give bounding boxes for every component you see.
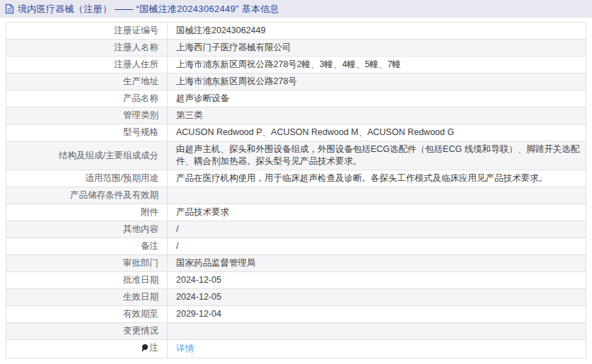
- table-row: 注 详情: [6, 340, 586, 358]
- row-value: 上海市浦东新区周祝公路278号2幢、3幢、4幢、5幢、7幢: [168, 57, 586, 74]
- row-label: 备注: [6, 238, 168, 255]
- row-value: /: [168, 221, 586, 238]
- row-value: 国械注准20243062449: [168, 23, 586, 40]
- table-row: 附件 产品技术要求: [6, 204, 586, 221]
- registration-info-table: 注册证编号 国械注准20243062449 注册人名称 上海西门子医疗器械有限公…: [6, 22, 586, 358]
- row-value: 超声诊断设备: [168, 90, 586, 107]
- row-value: [168, 187, 586, 204]
- details-link[interactable]: 详情: [176, 344, 194, 353]
- row-label: 审批部门: [6, 255, 168, 272]
- table-row: 生效日期 2024-12-05: [6, 289, 586, 306]
- row-value: 产品在医疗机构使用，用于临床超声检查及诊断。各探头工作模式及临床应用见产品技术要…: [168, 170, 586, 187]
- row-label: 管理类别: [6, 107, 168, 124]
- row-label: 注册证编号: [6, 23, 168, 40]
- row-value: ACUSON Redwood P、ACUSON Redwood M、ACUSON…: [168, 124, 586, 141]
- page-title: 境内医疗器械（注册） —— “国械注准20243062449” 基本信息: [18, 3, 279, 16]
- note-icon: [141, 344, 148, 352]
- table-row: 变更情况: [6, 323, 586, 340]
- table-row: 有效期至 2029-12-04: [6, 306, 586, 323]
- table-row: 结构及组成/主要组成成分 由超声主机、探头和外围设备组成，外围设备包括ECG选配…: [6, 141, 586, 170]
- row-label: 生产地址: [6, 74, 168, 90]
- table-row: 注册人名称 上海西门子医疗器械有限公司: [6, 40, 586, 57]
- table-row: 适用范围/预期用途 产品在医疗机构使用，用于临床超声检查及诊断。各探头工作模式及…: [6, 170, 586, 187]
- row-label: 型号规格: [6, 124, 168, 141]
- row-label: 注册人住所: [6, 57, 168, 74]
- row-value: /: [168, 238, 586, 255]
- row-value: 2024-12-05: [168, 272, 586, 289]
- table-row: 审批部门 国家药品监督管理局: [6, 255, 586, 272]
- table-row: 生产地址 上海市浦东新区周祝公路278号: [6, 74, 586, 90]
- row-value: 第三类: [168, 107, 586, 124]
- row-label: 产品储存条件及有效期: [6, 187, 168, 204]
- document-icon: [5, 4, 14, 14]
- table-row: 其他内容 /: [6, 221, 586, 238]
- row-label: 有效期至: [6, 306, 168, 323]
- row-value: 2029-12-04: [168, 306, 586, 323]
- row-value: 上海市浦东新区周祝公路278号: [168, 74, 586, 90]
- row-label: 产品名称: [6, 90, 168, 107]
- page-header: 境内医疗器械（注册） —— “国械注准20243062449” 基本信息: [0, 0, 592, 18]
- row-label: 生效日期: [6, 289, 168, 306]
- table-row: 注册证编号 国械注准20243062449: [6, 23, 586, 40]
- table-row: 备注 /: [6, 238, 586, 255]
- row-label: 注册人名称: [6, 40, 168, 57]
- table-row: 型号规格 ACUSON Redwood P、ACUSON Redwood M、A…: [6, 124, 586, 141]
- row-value: 上海西门子医疗器械有限公司: [168, 40, 586, 57]
- row-label: 附件: [6, 204, 168, 221]
- row-value: 国家药品监督管理局: [168, 255, 586, 272]
- row-value: 产品技术要求: [168, 204, 586, 221]
- row-value: 由超声主机、探头和外围设备组成，外围设备包括ECG选配件（包括ECG 线缆和导联…: [168, 141, 586, 170]
- row-label-text: 注: [150, 342, 159, 354]
- row-label: 适用范围/预期用途: [6, 170, 168, 187]
- row-value: 详情: [168, 340, 586, 358]
- row-label: 其他内容: [6, 221, 168, 238]
- row-value: 2024-12-05: [168, 289, 586, 306]
- table-row: 管理类别 第三类: [6, 107, 586, 124]
- row-label: 注: [6, 340, 168, 358]
- table-row: 注册人住所 上海市浦东新区周祝公路278号2幢、3幢、4幢、5幢、7幢: [6, 57, 586, 74]
- row-label: 批准日期: [6, 272, 168, 289]
- table-row: 产品储存条件及有效期: [6, 187, 586, 204]
- table-row: 批准日期 2024-12-05: [6, 272, 586, 289]
- row-label: 变更情况: [6, 323, 168, 340]
- row-value: [168, 323, 586, 340]
- table-row: 产品名称 超声诊断设备: [6, 90, 586, 107]
- row-label: 结构及组成/主要组成成分: [6, 141, 168, 170]
